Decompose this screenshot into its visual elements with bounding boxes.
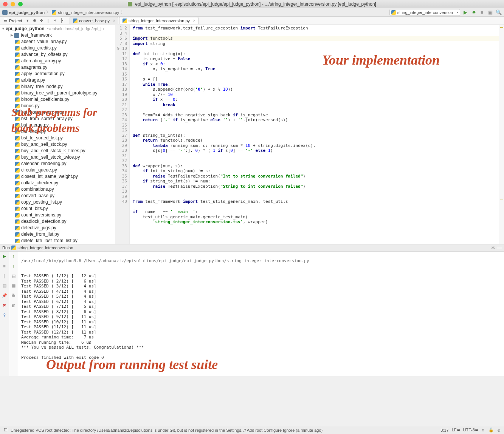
layout-button[interactable]: ▣: [487, 9, 493, 15]
marker-strip[interactable]: [499, 25, 504, 244]
tree-file[interactable]: bonus.py: [0, 103, 115, 109]
python-file-icon: [15, 168, 20, 173]
minimize-icon[interactable]: —: [497, 245, 502, 250]
soft-wrap-icon[interactable]: ▤: [11, 273, 17, 279]
close-window-button[interactable]: [3, 2, 8, 6]
chevron-down-icon[interactable]: ▼: [2, 26, 5, 32]
stop-button[interactable]: ■: [479, 9, 485, 15]
chevron-right-icon[interactable]: ▶: [11, 32, 13, 39]
python-file-icon: [15, 117, 20, 121]
rerun-button[interactable]: ▶: [2, 253, 8, 259]
print-icon[interactable]: 🖶: [11, 292, 17, 298]
editor[interactable]: 1 2 3 4 5 6 7 8 9 10 11 12 13 14 15 16 1…: [115, 25, 504, 244]
python-file-icon: [15, 175, 20, 179]
project-panel[interactable]: ▼ epi_judge_python ~/episolutions/epi_ju…: [0, 25, 115, 244]
close-tab-icon[interactable]: ✕: [193, 19, 196, 23]
tree-file[interactable]: bst_to_sorted_list.py: [0, 135, 115, 141]
tree-folder-test-framework[interactable]: ▶ test_framework: [0, 32, 115, 39]
inspector-icon[interactable]: ☺: [497, 428, 501, 432]
tree-file[interactable]: arbitrage.py: [0, 77, 115, 83]
dump-button[interactable]: ▤: [2, 283, 8, 289]
run-label[interactable]: Run: [2, 246, 10, 250]
project-tree[interactable]: ▼ epi_judge_python ~/episolutions/epi_ju…: [0, 25, 115, 244]
help-button[interactable]: ?: [2, 312, 8, 318]
tree-file[interactable]: deadlock_detection.py: [0, 218, 115, 225]
python-file-icon: [15, 91, 20, 96]
status-message[interactable]: Unregistered VCS root detected: The dire…: [11, 428, 323, 432]
zoom-window-button[interactable]: [18, 2, 23, 6]
scroll-icon[interactable]: ▦: [11, 283, 17, 289]
run-panel-header: Run string_integer_interconversion ✲ —: [0, 244, 504, 252]
tree-file[interactable]: adding_credits.py: [0, 45, 115, 51]
tree-file[interactable]: binary_tree_node.py: [0, 83, 115, 90]
run-config-name[interactable]: string_integer_interconversion: [17, 246, 73, 250]
debug-button[interactable]: ✸: [471, 9, 477, 15]
status-icon[interactable]: ☐: [3, 428, 8, 433]
python-file-icon: [123, 19, 127, 23]
gear-icon[interactable]: ✲: [51, 17, 58, 24]
python-file-icon: [15, 155, 20, 160]
project-view-icon[interactable]: ☰: [2, 17, 9, 24]
breadcrumb-project[interactable]: epi_judge_python: [2, 10, 45, 15]
collapse-icon[interactable]: ⊕: [31, 17, 38, 24]
tab-string-integer-interconversion[interactable]: string_integer_interconversion.py ✕: [119, 17, 198, 24]
up-arrow-icon[interactable]: ↑: [11, 253, 17, 259]
tree-file[interactable]: binomial_coefficients.py: [0, 96, 115, 103]
tree-file-label: anagrams.py: [21, 64, 47, 71]
tree-file[interactable]: anagrams.py: [0, 64, 115, 71]
tree-file[interactable]: alternating_array.py: [0, 58, 115, 64]
stop-button[interactable]: ■: [2, 263, 8, 269]
git-branch-icon[interactable]: ಠ: [481, 428, 485, 432]
tree-file[interactable]: delete_kth_last_from_list.py: [0, 238, 115, 244]
tree-file[interactable]: buy_and_sell_stock.py: [0, 141, 115, 148]
tree-file[interactable]: count_inversions.py: [0, 212, 115, 218]
tab-convert-base[interactable]: convert_base.py ✕: [70, 17, 118, 24]
project-label[interactable]: Project: [9, 19, 22, 23]
dropdown-icon[interactable]: ▾: [24, 17, 31, 24]
pin-button[interactable]: 📌: [2, 292, 8, 298]
window-title-text: epi_judge_python [~/episolutions/epi_jud…: [135, 2, 376, 7]
file-encoding[interactable]: UTF-8≑: [463, 428, 478, 432]
gear-icon[interactable]: ✲: [491, 245, 495, 250]
tree-file[interactable]: calendar_rendering.py: [0, 161, 115, 167]
tree-file[interactable]: buy_and_sell_stock_twice.py: [0, 154, 115, 161]
search-button[interactable]: 🔍: [496, 9, 502, 15]
hide-icon[interactable]: ┣: [58, 17, 65, 24]
tree-file[interactable]: bst_merge.py: [0, 122, 115, 128]
tree-file[interactable]: apply_permutation.py: [0, 71, 115, 77]
clear-icon[interactable]: 🗑: [11, 302, 17, 308]
tree-file[interactable]: absent_value_array.py: [0, 39, 115, 45]
tree-file[interactable]: collatz_checker.py: [0, 180, 115, 186]
tree-file[interactable]: advance_by_offsets.py: [0, 51, 115, 58]
down-arrow-icon[interactable]: ↓: [11, 263, 17, 269]
pause-button[interactable]: ‖: [2, 273, 8, 279]
tree-file[interactable]: bst_from_preorder.py: [0, 109, 115, 116]
tree-file[interactable]: bst_node.py: [0, 128, 115, 135]
code-area[interactable]: from test_framework.test_failure_excepti…: [130, 25, 499, 244]
line-separator[interactable]: LF≑: [452, 428, 460, 432]
tree-file[interactable]: count_bits.py: [0, 205, 115, 212]
run-button[interactable]: ▶: [462, 9, 468, 15]
tree-file[interactable]: delete_from_list.py: [0, 231, 115, 238]
tree-file[interactable]: copy_posting_list.py: [0, 199, 115, 205]
tree-file[interactable]: closest_int_same_weight.py: [0, 173, 115, 180]
cursor-position[interactable]: 3:17: [440, 428, 448, 432]
tree-root[interactable]: ▼ epi_judge_python ~/episolutions/epi_ju…: [0, 26, 115, 32]
tree-file[interactable]: buy_and_sell_stock_k_times.py: [0, 148, 115, 154]
tree-file[interactable]: combinations.py: [0, 186, 115, 193]
close-tab-icon[interactable]: ✕: [113, 19, 116, 23]
target-icon[interactable]: ✥: [38, 17, 45, 24]
python-file-icon: [15, 213, 20, 218]
tree-file[interactable]: circular_queue.py: [0, 167, 115, 173]
tree-file[interactable]: defective_jugs.py: [0, 225, 115, 231]
tree-file[interactable]: bst_from_sorted_array.py: [0, 116, 115, 122]
run-config-select[interactable]: string_integer_interconversion: [389, 9, 460, 16]
lock-icon[interactable]: 🔓: [488, 428, 494, 432]
minimize-window-button[interactable]: [11, 2, 15, 6]
tree-file[interactable]: binary_tree_with_parent_prototype.py: [0, 90, 115, 96]
tree-file[interactable]: convert_base.py: [0, 193, 115, 199]
console-output[interactable]: /usr/local/bin/python3.6 /Users/adnanazi…: [18, 252, 504, 376]
breadcrumb-file[interactable]: string_integer_interconversion.py: [52, 10, 119, 15]
close-button[interactable]: ✖: [2, 302, 8, 308]
python-file-icon: [15, 232, 20, 237]
